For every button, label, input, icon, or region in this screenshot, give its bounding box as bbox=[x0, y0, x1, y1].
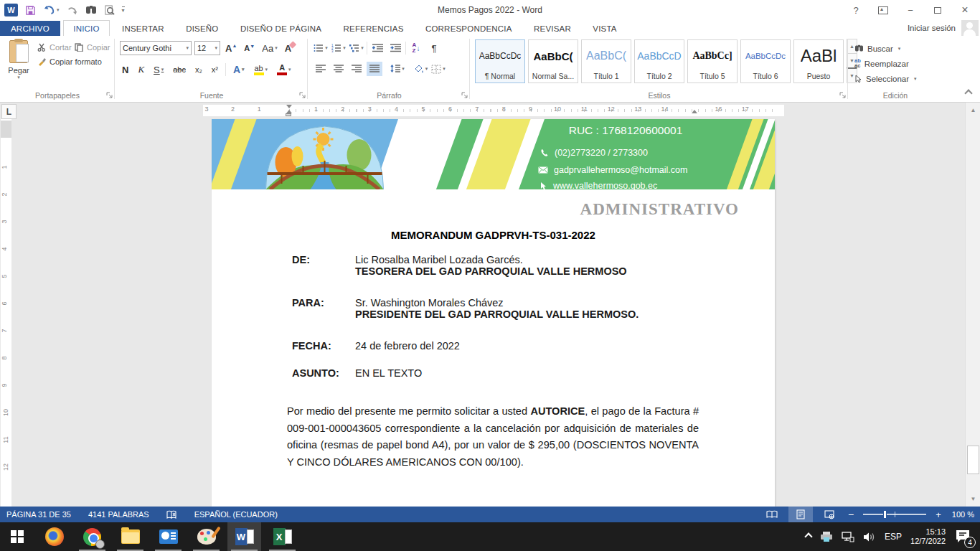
tab-diseno[interactable]: DISEÑO bbox=[176, 21, 227, 37]
user-avatar[interactable] bbox=[961, 20, 979, 36]
tab-diseno-de-pagina[interactable]: DISEÑO DE PÁGINA bbox=[231, 21, 331, 37]
portapapeles-dialog-launcher-icon[interactable] bbox=[106, 92, 113, 99]
start-button[interactable] bbox=[0, 522, 34, 551]
zoom-in-button[interactable]: + bbox=[933, 509, 943, 520]
taskbar-word-active[interactable]: W bbox=[227, 522, 261, 551]
tab-referencias[interactable]: REFERENCIAS bbox=[334, 21, 413, 37]
zoom-slider-thumb[interactable] bbox=[883, 510, 887, 519]
align-left-button[interactable] bbox=[313, 62, 329, 76]
print-layout-button[interactable] bbox=[788, 507, 813, 522]
font-family-combobox[interactable]: Century Gothi▾ bbox=[120, 41, 192, 55]
taskbar-chrome[interactable] bbox=[75, 522, 109, 551]
style-titulo-2[interactable]: AaBbCcD Título 2 bbox=[634, 39, 684, 83]
zoom-level[interactable]: 100 % bbox=[952, 510, 974, 519]
text-effects-button[interactable]: A bbox=[231, 62, 247, 77]
bullets-button[interactable] bbox=[313, 41, 329, 55]
align-right-button[interactable] bbox=[349, 62, 364, 76]
h-ruler[interactable]: 32112345678910111213141617 bbox=[203, 105, 784, 116]
style-titulo-1[interactable]: AaBbC( Título 1 bbox=[581, 39, 631, 83]
word-count[interactable]: 4141 PALABRAS bbox=[88, 510, 149, 519]
subscript-button[interactable]: x₂ bbox=[193, 62, 204, 77]
find-button[interactable]: Buscar bbox=[854, 41, 917, 56]
customize-qat-icon[interactable]: ▾ bbox=[122, 6, 125, 14]
left-indent-marker[interactable] bbox=[286, 113, 291, 116]
read-mode-button[interactable] bbox=[760, 507, 784, 522]
scroll-down-icon[interactable]: ▼ bbox=[967, 493, 979, 505]
style-puesto[interactable]: AaBl Puesto bbox=[793, 39, 844, 83]
decrease-indent-button[interactable] bbox=[369, 41, 385, 55]
copy-button[interactable]: Copiar bbox=[75, 40, 110, 55]
page-indicator[interactable]: PÁGINA 31 DE 35 bbox=[6, 510, 71, 519]
document-page[interactable]: RUC : 1768120600001 (02)2773220 / 277330… bbox=[212, 119, 775, 507]
shading-button[interactable] bbox=[413, 62, 428, 76]
close-icon[interactable]: × bbox=[954, 2, 976, 18]
multilevel-list-button[interactable] bbox=[349, 41, 364, 55]
minimize-icon[interactable]: − bbox=[900, 2, 921, 18]
replace-button[interactable]: abac Reemplazar bbox=[854, 56, 917, 71]
language-indicator[interactable]: ESPAÑOL (ECUADOR) bbox=[194, 510, 278, 519]
network-icon[interactable] bbox=[842, 532, 854, 542]
grow-font-button[interactable]: A▲ bbox=[223, 41, 239, 55]
bold-button[interactable]: N bbox=[120, 62, 131, 77]
tab-correspondencia[interactable]: CORRESPONDENCIA bbox=[416, 21, 522, 37]
change-case-button[interactable]: Aa bbox=[260, 41, 279, 55]
select-button[interactable]: Seleccionar bbox=[854, 71, 917, 86]
format-painter-button[interactable]: Copiar formato bbox=[37, 55, 102, 69]
scrollbar-thumb[interactable] bbox=[967, 446, 979, 474]
web-layout-button[interactable] bbox=[817, 507, 842, 522]
shrink-font-button[interactable]: A▼ bbox=[242, 41, 257, 55]
paste-dropdown-arrow[interactable]: ▾ bbox=[4, 75, 33, 80]
collapse-ribbon-icon[interactable] bbox=[964, 89, 972, 97]
font-size-combobox[interactable]: 12▾ bbox=[194, 41, 220, 55]
taskbar-excel[interactable]: X bbox=[265, 522, 299, 551]
font-color-button[interactable]: A bbox=[275, 62, 293, 77]
redo-icon[interactable] bbox=[67, 5, 78, 15]
fuente-dialog-launcher-icon[interactable] bbox=[299, 92, 306, 99]
tab-archivo[interactable]: ARCHIVO bbox=[0, 21, 60, 37]
notification-center-icon[interactable]: 4 bbox=[954, 527, 973, 546]
underline-button[interactable]: S bbox=[151, 62, 166, 77]
tray-clock[interactable]: 15:1312/7/2022 bbox=[910, 527, 946, 546]
find-icon[interactable] bbox=[85, 5, 97, 15]
tab-insertar[interactable]: INSERTAR bbox=[113, 21, 174, 37]
paste-button[interactable]: Pegar ▾ bbox=[4, 39, 33, 90]
align-center-button[interactable] bbox=[331, 62, 347, 76]
increase-indent-button[interactable] bbox=[387, 41, 403, 55]
sign-in-link[interactable]: Iniciar sesión bbox=[908, 20, 956, 36]
tab-vista[interactable]: VISTA bbox=[583, 21, 626, 37]
proofing-icon[interactable] bbox=[166, 510, 177, 519]
save-icon[interactable] bbox=[25, 5, 36, 16]
undo-icon[interactable] bbox=[43, 5, 60, 15]
tray-language[interactable]: ESP bbox=[885, 532, 902, 542]
first-line-indent-marker[interactable] bbox=[286, 105, 292, 108]
estilos-dialog-launcher-icon[interactable] bbox=[839, 92, 847, 99]
tab-revisar[interactable]: REVISAR bbox=[524, 21, 580, 37]
zoom-out-button[interactable]: − bbox=[846, 509, 856, 520]
numbering-button[interactable]: 123 bbox=[331, 41, 347, 55]
clear-formatting-button[interactable]: A bbox=[283, 41, 293, 55]
tab-stop-selector[interactable]: L bbox=[1, 104, 17, 119]
tab-inicio[interactable]: INICIO bbox=[63, 20, 109, 36]
line-spacing-button[interactable] bbox=[390, 62, 405, 76]
style-titulo-5[interactable]: AaBbCc] Título 5 bbox=[687, 39, 738, 83]
scroll-up-icon[interactable]: ▲ bbox=[967, 104, 979, 116]
show-marks-button[interactable]: ¶ bbox=[426, 41, 442, 55]
parrafo-dialog-launcher-icon[interactable] bbox=[461, 92, 468, 99]
taskbar-system-app[interactable] bbox=[151, 522, 185, 551]
superscript-button[interactable]: x² bbox=[209, 62, 220, 77]
right-indent-marker[interactable] bbox=[692, 110, 697, 113]
print-preview-icon[interactable] bbox=[104, 5, 115, 16]
vertical-scrollbar[interactable]: ▲ ▼ bbox=[965, 103, 980, 507]
highlight-button[interactable]: ab bbox=[252, 62, 270, 77]
restore-icon[interactable] bbox=[927, 2, 948, 18]
speaker-icon[interactable] bbox=[863, 532, 876, 542]
style-normal-sa[interactable]: AaBbC( Normal Sa... bbox=[528, 39, 578, 83]
taskbar-firefox[interactable] bbox=[37, 522, 71, 551]
sort-button[interactable]: AZ↓ bbox=[408, 41, 424, 55]
cut-button[interactable]: Cortar bbox=[37, 40, 72, 55]
taskbar-file-explorer[interactable] bbox=[113, 522, 147, 551]
printer-icon[interactable] bbox=[820, 531, 833, 542]
justify-button[interactable] bbox=[367, 62, 382, 76]
strikethrough-button[interactable]: abc bbox=[171, 62, 188, 77]
ribbon-display-options-icon[interactable] bbox=[872, 2, 894, 18]
